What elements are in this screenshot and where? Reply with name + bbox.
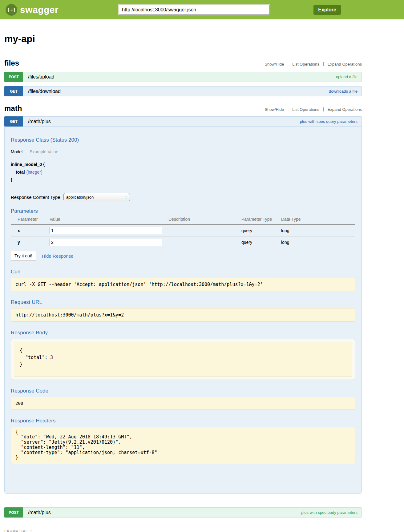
param-parameter-type: query <box>241 240 281 245</box>
math-section-title[interactable]: math <box>4 104 22 113</box>
operation-path-link[interactable]: /math/plus <box>28 119 51 124</box>
model-signature-open: inline_model_0 { <box>11 161 355 168</box>
param-parameter-type: query <box>241 228 281 233</box>
model-property-name: total <box>16 170 25 175</box>
param-row-y: y query long <box>11 236 355 248</box>
divider <box>288 62 288 66</box>
parameters-heading: Parameters <box>11 208 355 214</box>
math-section-header: math Show/HideList OperationsExpand Oper… <box>4 104 362 113</box>
operation-row-post-math-plus[interactable]: POST /math/plus plus with spec body para… <box>4 507 362 518</box>
response-content-type-row: Response Content Type application/json ▲… <box>11 193 355 201</box>
divider <box>323 62 324 66</box>
curly-braces-glyph: {⋯} <box>8 7 15 12</box>
math-section-controls: Show/HideList OperationsExpand Operation… <box>265 107 362 113</box>
column-parameter-type: Parameter Type <box>241 217 281 222</box>
tab-example-value[interactable]: Example Value <box>30 149 58 154</box>
json-open-brace: { <box>20 348 22 353</box>
divider <box>26 146 26 158</box>
try-it-out-button[interactable]: Try it out! <box>11 251 36 261</box>
response-class-heading: Response Class (Status 200) <box>11 137 355 143</box>
operation-row-post-files-upload[interactable]: POST /files/upload upload a file <box>4 72 362 82</box>
param-name: y <box>11 240 50 245</box>
files-section-title[interactable]: files <box>4 59 19 67</box>
param-data-type: long <box>281 228 355 233</box>
response-code-block: 200 <box>11 397 355 410</box>
files-section-controls: Show/HideList OperationsExpand Operation… <box>265 62 362 67</box>
math-expand-operations-link[interactable]: Expand Operations <box>328 107 362 112</box>
param-data-type: long <box>281 240 355 245</box>
operation-summary-link[interactable]: downloads a file <box>329 89 358 94</box>
param-value-cell <box>50 227 168 234</box>
operation-summary-link[interactable]: plus with spec query parameters <box>300 119 358 124</box>
files-expand-operations-link[interactable]: Expand Operations <box>328 62 362 66</box>
spec-url-input[interactable] <box>119 5 270 15</box>
param-name: x <box>11 228 50 233</box>
parameters-table-header: Parameter Value Description Parameter Ty… <box>11 217 355 225</box>
base-url-footer: [ BASE URL: ] <box>4 529 404 532</box>
curl-heading: Curl <box>11 269 355 275</box>
math-show-hide-link[interactable]: Show/Hide <box>265 107 284 112</box>
post-method-badge[interactable]: POST <box>4 72 23 82</box>
divider <box>323 107 324 111</box>
swagger-logo-icon: {⋯} <box>6 4 17 16</box>
operation-path-link[interactable]: /files/download <box>28 89 61 94</box>
response-body-container: { "total": 3 } <box>11 339 355 380</box>
response-content-type-label: Response Content Type <box>11 195 60 200</box>
json-close-brace: } <box>20 361 22 367</box>
request-url-block: http://localhost:3000/math/plus?x=1&y=2 <box>11 308 355 322</box>
get-method-badge[interactable]: GET <box>4 86 23 96</box>
param-y-input[interactable] <box>50 239 162 246</box>
param-x-input[interactable] <box>50 227 162 234</box>
actions-row: Try it out! Hide Response <box>11 251 355 261</box>
tab-model[interactable]: Model <box>11 149 22 154</box>
explore-button[interactable]: Explore <box>313 5 341 15</box>
curl-command-block: curl -X GET --header 'Accept: applicatio… <box>11 278 355 291</box>
response-headers-heading: Response Headers <box>11 418 355 424</box>
operation-row-get-files-download[interactable]: GET /files/download downloads a file <box>4 86 362 96</box>
column-parameter: Parameter <box>11 217 50 222</box>
divider <box>288 107 288 111</box>
operation-path-link[interactable]: /files/upload <box>28 74 54 80</box>
files-show-hide-link[interactable]: Show/Hide <box>265 62 284 66</box>
post-method-badge[interactable]: POST <box>4 507 23 518</box>
math-list-operations-link[interactable]: List Operations <box>292 107 319 112</box>
json-number-value: 3 <box>50 355 53 360</box>
request-url-heading: Request URL <box>11 299 355 305</box>
swagger-brand[interactable]: {⋯} swagger <box>6 4 59 16</box>
column-description: Description <box>168 217 241 222</box>
model-property: total(integer) <box>11 168 355 176</box>
select-arrows-icon: ▲▼ <box>125 196 127 199</box>
model-signature: inline_model_0 { total(integer) } <box>11 161 355 184</box>
model-tabs: Model Example Value <box>11 146 355 158</box>
response-content-type-select[interactable]: application/json ▲▼ <box>63 193 130 201</box>
response-body-json: { "total": 3 } <box>14 342 352 377</box>
param-value-cell <box>50 239 168 246</box>
operation-summary-link[interactable]: upload a file <box>336 75 358 79</box>
model-signature-close: } <box>11 176 355 184</box>
operation-row-get-math-plus[interactable]: GET /math/plus plus with spec query para… <box>4 116 362 127</box>
header-bar: {⋯} swagger Explore <box>0 0 404 19</box>
files-list-operations-link[interactable]: List Operations <box>292 62 319 66</box>
parameters-table: Parameter Value Description Parameter Ty… <box>11 217 355 248</box>
column-value: Value <box>50 217 168 222</box>
hide-response-link[interactable]: Hide Response <box>42 253 74 259</box>
model-property-type: (integer) <box>26 170 42 175</box>
response-headers-json: { "date": "Wed, 22 Aug 2018 18:49:13 GMT… <box>11 427 355 465</box>
operation-path-link[interactable]: /math/plus <box>28 510 51 515</box>
page-title: my-api <box>4 34 362 45</box>
get-method-badge[interactable]: GET <box>4 116 23 127</box>
response-content-type-value: application/json <box>66 195 125 200</box>
operation-summary-link[interactable]: plus with spec body parameters <box>301 510 358 515</box>
operation-details-panel: Response Class (Status 200) Model Exampl… <box>4 127 362 494</box>
files-section-header: files Show/HideList OperationsExpand Ope… <box>4 58 362 67</box>
param-row-x: x query long <box>11 225 355 236</box>
brand-title: swagger <box>20 5 59 15</box>
response-code-heading: Response Code <box>11 388 355 394</box>
column-data-type: Data Type <box>281 217 355 222</box>
response-body-heading: Response Body <box>11 330 355 336</box>
json-key: "total": <box>20 355 50 360</box>
